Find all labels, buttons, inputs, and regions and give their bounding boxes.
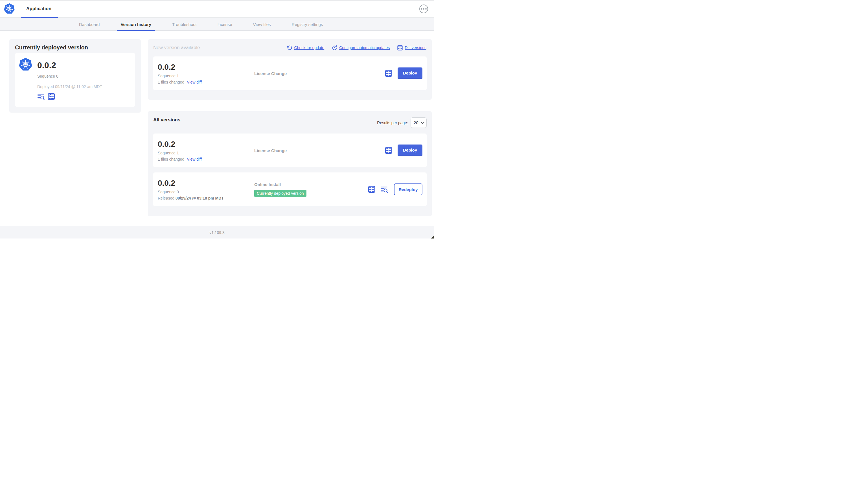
version-config-checklist-icon[interactable] (48, 93, 55, 100)
files-changed-label: 1 files changed (158, 157, 184, 161)
currently-deployed-panel: Currently deployed version 0.0.2 Sequenc… (9, 39, 141, 113)
view-diff-link[interactable]: View diff (187, 80, 202, 84)
version-label: 0.0.2 (158, 179, 254, 188)
new-version-card: 0.0.2 Sequence 1 1 files changed View di… (153, 56, 427, 90)
chevron-down-icon (421, 122, 424, 124)
deploy-logs-icon[interactable] (381, 186, 389, 193)
tab-troubleshoot[interactable]: Troubleshoot (172, 18, 197, 30)
version-config-checklist-icon[interactable] (368, 186, 375, 193)
tab-license[interactable]: License (218, 18, 232, 30)
kots-admin-version-history-page: Application Dashboard Version history Tr… (0, 0, 434, 239)
cursor-artifact (431, 236, 434, 239)
version-config-checklist-icon[interactable] (385, 70, 392, 77)
app-title-active-underline (21, 17, 58, 18)
version-label: 0.0.2 (158, 140, 254, 149)
version-source-label: License Change (254, 71, 385, 76)
new-version-panel: New version available Check for update C… (148, 39, 432, 100)
all-versions-panel: All versions Results per page: 20 0.0.2 … (148, 111, 432, 216)
sequence-label: Sequence 0 (158, 190, 254, 194)
deploy-button[interactable]: Deploy (398, 145, 423, 156)
version-source-label: License Change (254, 148, 385, 153)
app-subnav: Dashboard Version history Troubleshoot L… (0, 18, 434, 31)
version-label: 0.0.2 (158, 63, 254, 72)
new-version-title: New version available (153, 45, 200, 51)
kubernetes-logo-icon (4, 3, 15, 14)
results-per-page-label: Results per page: (377, 121, 408, 125)
currently-deployed-card: 0.0.2 Sequence 0 Deployed 09/11/24 @ 11:… (15, 53, 135, 107)
sequence-label: Sequence 1 (158, 74, 254, 78)
tab-view-files[interactable]: View files (253, 18, 271, 30)
deployed-sequence-label: Sequence 0 (37, 74, 58, 79)
version-source-label: Online Install (254, 182, 368, 187)
app-header: Application (0, 1, 434, 18)
deployed-timestamp: Deployed 09/11/24 @ 11:02 am MDT (37, 84, 102, 89)
version-row: 0.0.2 Sequence 1 1 files changed View di… (153, 133, 427, 168)
version-row: 0.0.2 Sequence 0 Released 08/29/24 @ 03:… (153, 173, 427, 206)
view-diff-link[interactable]: View diff (187, 157, 202, 161)
ellipsis-menu-icon[interactable] (419, 4, 428, 13)
currently-deployed-title: Currently deployed version (15, 44, 88, 51)
deployed-version-label: 0.0.2 (37, 60, 56, 70)
deploy-button[interactable]: Deploy (398, 67, 423, 79)
configure-automatic-updates-link[interactable]: Configure automatic updates (332, 45, 390, 51)
deploy-logs-icon[interactable] (37, 93, 45, 100)
schedule-icon (332, 45, 337, 51)
version-config-checklist-icon[interactable] (385, 147, 392, 154)
tab-version-history[interactable]: Version history (121, 18, 151, 30)
released-timestamp: Released 08/29/24 @ 03:18 pm MDT (158, 196, 254, 200)
check-for-update-link[interactable]: Check for update (287, 45, 324, 51)
currently-deployed-badge: Currently deployed version (254, 190, 306, 197)
diff-icon (397, 45, 403, 51)
files-changed-label: 1 files changed (158, 80, 184, 84)
results-per-page-select[interactable]: 20 (410, 117, 427, 128)
redeploy-button[interactable]: Redeploy (394, 183, 423, 195)
diff-versions-link[interactable]: Diff versions (397, 45, 426, 51)
page-footer: v1.109.3 (0, 226, 434, 239)
refresh-icon (287, 45, 292, 51)
all-versions-title: All versions (153, 117, 180, 123)
sequence-label: Sequence 1 (158, 151, 254, 155)
admin-console-version: v1.109.3 (209, 230, 225, 235)
kubernetes-app-icon (19, 58, 32, 71)
tab-registry-settings[interactable]: Registry settings (292, 18, 323, 30)
app-title-tab[interactable]: Application (26, 6, 51, 11)
tab-dashboard[interactable]: Dashboard (79, 18, 100, 30)
